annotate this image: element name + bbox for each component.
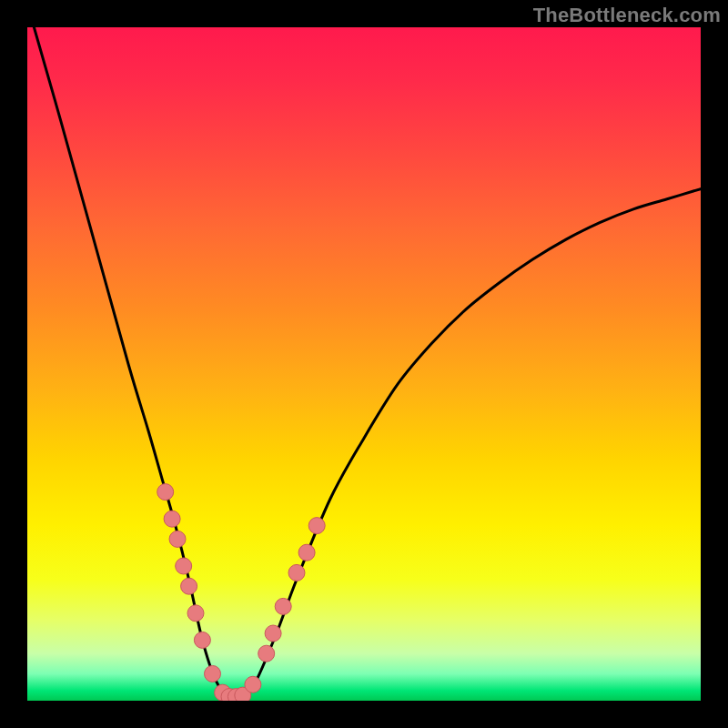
curve-layer <box>27 27 701 701</box>
highlight-dot <box>308 518 325 534</box>
highlight-dot <box>275 598 291 614</box>
highlight-dot <box>169 531 186 547</box>
watermark-text: TheBottleneck.com <box>533 4 721 27</box>
highlight-dot <box>181 578 197 594</box>
highlight-dot <box>187 605 204 622</box>
highlight-dot <box>205 665 221 682</box>
bottleneck-curve <box>34 27 701 700</box>
highlight-dot <box>157 484 174 500</box>
highlight-dot <box>194 632 210 648</box>
highlight-dot <box>164 511 180 527</box>
chart-frame: TheBottleneck.com <box>0 0 728 728</box>
highlighted-points <box>157 484 326 701</box>
highlight-dot <box>288 564 305 581</box>
highlight-dot <box>245 676 261 693</box>
plot-area <box>27 27 701 701</box>
highlight-dot <box>176 558 192 574</box>
bottleneck-curve-path <box>34 27 701 700</box>
highlight-dot <box>258 645 275 662</box>
highlight-dot <box>298 544 315 561</box>
highlight-dot <box>265 625 281 642</box>
